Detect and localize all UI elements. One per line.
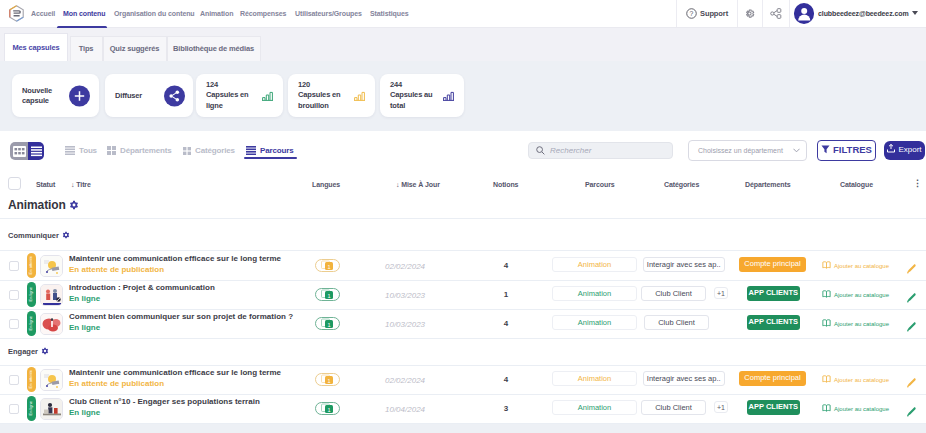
svg-text:1: 1 <box>327 407 330 413</box>
svg-text:1: 1 <box>327 322 330 328</box>
svg-text:1: 1 <box>327 293 330 299</box>
svg-text:1: 1 <box>327 378 330 384</box>
svg-text:1: 1 <box>327 264 330 270</box>
svg-text:?: ? <box>690 10 694 17</box>
